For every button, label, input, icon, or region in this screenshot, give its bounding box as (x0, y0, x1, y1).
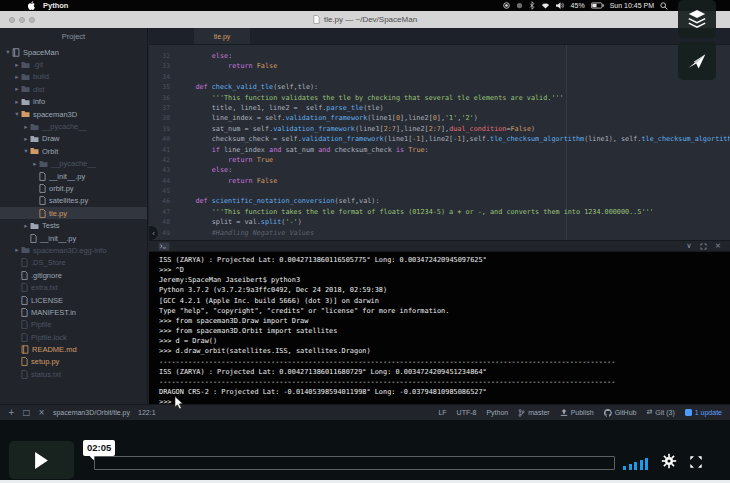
line-number: 41 (149, 145, 179, 155)
status-master[interactable]: master (518, 409, 549, 417)
zoom-window-button[interactable] (29, 17, 35, 23)
folder-icon (30, 147, 39, 155)
tree-item-label: MANIFEST.in (31, 308, 76, 317)
tree-item-Pipfile.lock[interactable]: Pipfile.lock (0, 331, 147, 343)
chevron-down-icon[interactable]: ∨ (686, 242, 692, 250)
close-icon[interactable]: × (38, 409, 45, 417)
wifi-icon[interactable] (541, 2, 550, 9)
tree-item-Tests[interactable]: ▸Tests (0, 219, 147, 231)
status-file-path[interactable]: spaceman3D/Orbit/tle.py (53, 409, 130, 416)
line-number: 44 (149, 176, 179, 186)
code-line: 37 title, line1, line2 = self.parse_tle(… (149, 103, 730, 113)
apple-icon[interactable] (28, 1, 35, 10)
tree-item-Pipfile[interactable]: Pipfile (0, 319, 147, 331)
tree-item-README.md[interactable]: README.md (0, 343, 147, 355)
tree-item-.git[interactable]: ▸.git (0, 58, 147, 70)
tree-item-spaceman3D.egg-info[interactable]: ▸spaceman3D.egg-info (0, 244, 147, 256)
progress-bar[interactable] (94, 456, 615, 470)
terminal-line: [GCC 4.2.1 (Apple Inc. build 5666) (dot … (159, 296, 730, 306)
minimize-window-button[interactable] (19, 17, 25, 23)
file-icon (21, 320, 28, 329)
terminal-icon[interactable] (158, 242, 170, 251)
volume-control[interactable] (623, 456, 648, 470)
app-menu-title[interactable]: Python (43, 1, 68, 10)
playlist-overlay-button[interactable] (678, 0, 716, 38)
record-icon[interactable] (503, 2, 510, 9)
tree-item-spaceman3D[interactable]: ▾spaceman3D (0, 108, 147, 120)
share-overlay-button[interactable] (678, 42, 716, 80)
status-lf[interactable]: LF (438, 409, 446, 416)
tree-item-label: build (33, 72, 49, 81)
status-python[interactable]: Python (486, 409, 508, 416)
expand-icon[interactable] (700, 242, 707, 250)
fullscreen-icon[interactable] (689, 455, 703, 469)
code-line: 46 def scientific_notation_conversion(se… (149, 196, 730, 206)
tree-item-info[interactable]: ▸info (0, 96, 147, 108)
tree-item-extra.txt[interactable]: extra.txt (0, 281, 147, 293)
volume-icon[interactable] (556, 2, 565, 9)
chevron-right-icon: ▸ (13, 73, 21, 81)
tree-item-dist[interactable]: ▸dist (0, 83, 147, 95)
tree-item-__init__.py[interactable]: __init__.py (0, 232, 147, 244)
tree-item-__pycache__[interactable]: ▸__pycache__ (0, 158, 147, 170)
status-github[interactable]: GitHub (604, 409, 637, 417)
code-editor[interactable]: 32 else:33 return False3435 def check_va… (149, 45, 730, 240)
menu-bar-status-area: 45% Sun 10:45 PM (503, 1, 668, 10)
layers-icon (686, 9, 708, 29)
moon-icon[interactable] (516, 2, 523, 9)
tree-item-.gitignore[interactable]: .gitignore (0, 269, 147, 281)
editor-pane: tle.py 32 else:33 return False3435 def c… (149, 28, 730, 404)
tab-tle-py[interactable]: tle.py (194, 28, 250, 44)
battery-percent: 45% (571, 2, 585, 9)
tree-item-Draw[interactable]: ▸Draw (0, 133, 147, 145)
line-number: 34 (149, 72, 179, 82)
tree-item-build[interactable]: ▸build (0, 71, 147, 83)
tree-item-LICENSE[interactable]: LICENSE (0, 294, 147, 306)
line-number: 45 (149, 186, 179, 196)
status-git-3-[interactable]: ⇄Git (3) (646, 409, 674, 416)
code-line: 38 line_index = self.validation_framewor… (149, 113, 730, 123)
terminal-line: >>> ^D (159, 265, 730, 275)
tree-item-orbit.py[interactable]: orbit.py (0, 182, 147, 194)
traffic-lights[interactable] (9, 17, 35, 23)
panel-icon[interactable]: □ (23, 409, 31, 417)
tree-item-SpaceMan[interactable]: ▾SpaceMan (0, 46, 147, 58)
tree-view-header: Project (0, 28, 147, 46)
tree-item-Orbit[interactable]: ▾Orbit (0, 145, 147, 157)
terminal-output[interactable]: ISS (ZARYA) : Projected Lat: 0.004271386… (149, 252, 730, 404)
tree-item-__init__.py[interactable]: __init__.py (0, 170, 147, 182)
plus-icon[interactable]: + (8, 409, 15, 417)
code-line: 39 sat_num = self.validation_framework(l… (149, 124, 730, 134)
tree-item-satellites.py[interactable]: satellites.py (0, 195, 147, 207)
tree-item-status.txt[interactable]: status.txt (0, 368, 147, 380)
tree-item-__pycache__[interactable]: ▸__pycache__ (0, 120, 147, 132)
folder-icon (21, 246, 30, 254)
tree-item-label: __pycache__ (51, 159, 96, 168)
code-line: 43 else: (149, 165, 730, 175)
tree-item-MANIFEST.in[interactable]: MANIFEST.in (0, 306, 147, 318)
spotlight-search-icon[interactable] (660, 2, 668, 10)
status-publish[interactable]: Publish (560, 409, 594, 417)
video-player: Python 45% Sun 10:45 PM tle.py — ~/Dev/S… (0, 0, 730, 483)
chevron-down-icon: ▾ (4, 48, 12, 56)
tree-item-label: Pipfile (31, 320, 51, 329)
file-icon (21, 296, 28, 305)
folder-icon (39, 160, 48, 168)
tree-item-tle.py[interactable]: tle.py (0, 207, 147, 219)
status-1-update[interactable]: 1 update (685, 409, 722, 416)
status-utf-8[interactable]: UTF-8 (457, 409, 477, 416)
close-window-button[interactable] (9, 17, 15, 23)
terminal-line: Jeremy:SpaceMan Jaseibert$ python3 (159, 275, 730, 285)
close-icon[interactable]: × (715, 242, 721, 250)
menu-clock[interactable]: Sun 10:45 PM (610, 2, 654, 9)
settings-gear-icon[interactable] (661, 453, 677, 469)
status-cursor-position[interactable]: 122:1 (138, 409, 156, 416)
play-button[interactable] (9, 441, 74, 479)
tree-item-label: info (33, 97, 45, 106)
tree-item-setup.py[interactable]: setup.py (0, 356, 147, 368)
tree-item-label: Orbit (42, 147, 58, 156)
mouse-cursor (174, 396, 184, 410)
chevron-right-icon: ▸ (22, 222, 30, 230)
bluetooth-icon[interactable] (529, 1, 535, 10)
tree-item-.DS_Store[interactable]: .DS_Store (0, 257, 147, 269)
